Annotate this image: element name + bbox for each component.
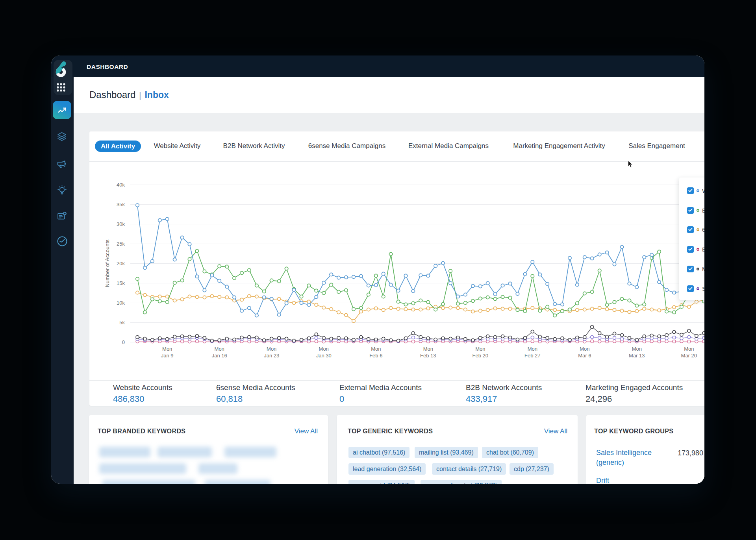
svg-text:0: 0 xyxy=(122,339,125,345)
svg-text:Mon: Mon xyxy=(632,346,642,352)
svg-text:Mon: Mon xyxy=(684,346,694,352)
svg-text:Number of Accounts: Number of Accounts xyxy=(104,239,110,287)
svg-text:10k: 10k xyxy=(117,300,125,306)
svg-text:Mon: Mon xyxy=(215,346,224,352)
svg-text:Mon: Mon xyxy=(475,346,485,352)
svg-text:Mon: Mon xyxy=(162,346,172,352)
svg-text:Mon: Mon xyxy=(267,346,276,352)
svg-text:Jan 30: Jan 30 xyxy=(316,353,332,359)
svg-text:5k: 5k xyxy=(119,320,125,325)
svg-text:25k: 25k xyxy=(117,241,125,247)
svg-text:30k: 30k xyxy=(117,221,125,227)
svg-text:Mon: Mon xyxy=(371,346,381,352)
svg-text:40k: 40k xyxy=(117,182,125,188)
svg-text:Feb 13: Feb 13 xyxy=(420,353,436,359)
svg-text:Mon: Mon xyxy=(423,346,433,352)
svg-text:Mar 6: Mar 6 xyxy=(578,353,591,359)
svg-text:35k: 35k xyxy=(117,202,125,207)
svg-text:Jan 16: Jan 16 xyxy=(212,353,227,359)
svg-text:Feb 6: Feb 6 xyxy=(369,353,382,359)
svg-text:Mon: Mon xyxy=(528,346,537,352)
svg-text:Mar 13: Mar 13 xyxy=(629,353,645,359)
svg-text:Feb 20: Feb 20 xyxy=(472,353,488,359)
svg-text:Jan 23: Jan 23 xyxy=(264,353,279,359)
svg-text:20k: 20k xyxy=(117,261,125,266)
svg-text:Mon: Mon xyxy=(319,346,329,352)
svg-text:Mon: Mon xyxy=(580,346,589,352)
svg-text:Jan 9: Jan 9 xyxy=(161,353,174,359)
svg-text:Mar 20: Mar 20 xyxy=(681,353,697,359)
svg-text:Feb 27: Feb 27 xyxy=(524,353,540,359)
svg-text:15k: 15k xyxy=(117,280,125,286)
